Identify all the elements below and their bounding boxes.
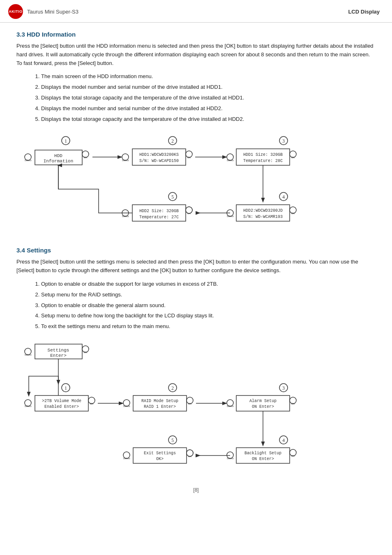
hdd-info-list: The main screen of the HDD information m… [41,72,376,123]
svg-text:5: 5 [171,437,174,443]
hdd-info-heading: 3.3 HDD Information [16,31,376,38]
list-item: Displays the model number and serial num… [41,83,376,92]
svg-text:OK: OK [84,156,88,159]
svg-text:ON        Enter>: ON Enter> [252,405,274,409]
svg-text:Select: Select [227,159,234,162]
svg-text:Enabled   Enter>: Enabled Enter> [44,405,79,409]
svg-text:OK: OK [291,156,295,159]
list-item: Option to enable or disable the general … [41,301,376,310]
svg-text:Select: Select [122,159,129,162]
list-item: Setup menu to define how long the backli… [41,312,376,320]
svg-text:2: 2 [171,385,174,391]
svg-text:Select: Select [25,405,32,407]
svg-text:ON        Enter>: ON Enter> [252,457,274,461]
hdd-diagram-svg: 1 2 3 5 4 Select HDD Information OK [16,132,374,234]
svg-text:OK: OK [187,156,191,159]
list-item: Displays the total storage capacity and … [41,94,376,102]
svg-text:Select: Select [123,457,130,460]
svg-text:OK: OK [84,351,88,354]
settings-diagram: Select Settings Enter> OK 1 2 3 Select >… [16,339,376,471]
svg-text:RAID 1    Enter>: RAID 1 Enter> [144,405,176,409]
svg-text:Enter>: Enter> [50,353,67,358]
settings-list: Option to enable or disable the support … [41,280,376,331]
hdd-info-paragraph: Press the [Select] button until the HDD … [16,42,376,67]
header-left: AKITIO Taurus Mini Super-S3 [8,4,78,19]
svg-text:OK: OK [291,455,295,457]
svg-text:3: 3 [282,385,285,391]
svg-text:HDD: HDD [54,153,62,158]
svg-text:Exit Settings: Exit Settings [144,451,176,456]
svg-text:S/N: WD-WCAMR193: S/N: WD-WCAMR193 [243,215,283,219]
list-item: Option to enable or disable the support … [41,280,376,289]
list-item: Setup menu for the RAID settings. [41,291,376,299]
svg-text:3: 3 [282,138,285,144]
svg-text:OK: OK [291,402,295,405]
svg-text:OK: OK [90,402,94,405]
svg-text:Settings: Settings [48,348,69,353]
header-section-title: LCD Display [348,9,380,15]
svg-text:Temperature: 27C: Temperature: 27C [139,215,179,220]
svg-text:Select: Select [227,215,234,217]
header-product-title: Taurus Mini Super-S3 [27,9,78,15]
svg-text:Information: Information [44,159,74,164]
svg-text:4: 4 [282,194,285,200]
svg-text:5: 5 [171,194,174,200]
settings-diagram-svg: Select Settings Enter> OK 1 2 3 Select >… [16,339,374,471]
svg-text:Select: Select [25,354,32,356]
svg-point-107 [187,450,193,456]
svg-text:Alarm Setup: Alarm Setup [249,399,277,403]
svg-text:RAID Mode Setup: RAID Mode Setup [141,399,178,403]
svg-text:HDD1 Size: 320GB: HDD1 Size: 320GB [243,153,283,157]
svg-text:Select: Select [25,159,32,162]
list-item: Displays the model number and serial num… [41,104,376,113]
settings-heading: 3.4 Settings [16,247,376,254]
logo-text: AKITIO [9,9,23,14]
svg-text:Backlight Setup: Backlight Setup [244,451,281,456]
logo-icon: AKITIO [8,4,23,19]
svg-text:OK>: OK> [156,457,164,461]
list-item: Displays the total storage capacity and … [41,115,376,124]
svg-text:>2TB Volume Mode: >2TB Volume Mode [42,399,81,403]
page-number: [8] [16,483,376,493]
svg-text:Select: Select [123,405,130,407]
svg-text:OK: OK [291,212,295,215]
hdd-diagram: 1 2 3 5 4 Select HDD Information OK [16,132,376,234]
page-header: AKITIO Taurus Mini Super-S3 LCD Display [0,0,392,23]
svg-text:Select: Select [227,457,234,460]
svg-text:4: 4 [282,437,285,443]
svg-text:Temperature: 28C: Temperature: 28C [243,159,283,163]
svg-point-49 [186,207,192,213]
list-item: The main screen of the HDD information m… [41,72,376,81]
svg-text:HDD2 Size: 320GB: HDD2 Size: 320GB [139,209,179,213]
svg-text:2: 2 [171,138,174,144]
svg-text:Select: Select [227,405,234,407]
list-item: To exit the settings menu and return to … [41,322,376,331]
svg-text:OK: OK [188,402,192,405]
svg-text:1: 1 [65,138,67,144]
settings-paragraph: Press the [Select] button until the sett… [16,258,376,275]
svg-text:HDD2:WDCWD3200JD: HDD2:WDCWD3200JD [243,208,283,213]
svg-text:Select: Select [122,215,129,217]
svg-text:HDD1:WDCWD3200KS: HDD1:WDCWD3200KS [139,153,179,157]
svg-text:S/N: WD-WCAPD150: S/N: WD-WCAPD150 [139,159,179,163]
svg-text:1: 1 [65,385,67,391]
main-content: 3.3 HDD Information Press the [Select] b… [0,23,392,505]
